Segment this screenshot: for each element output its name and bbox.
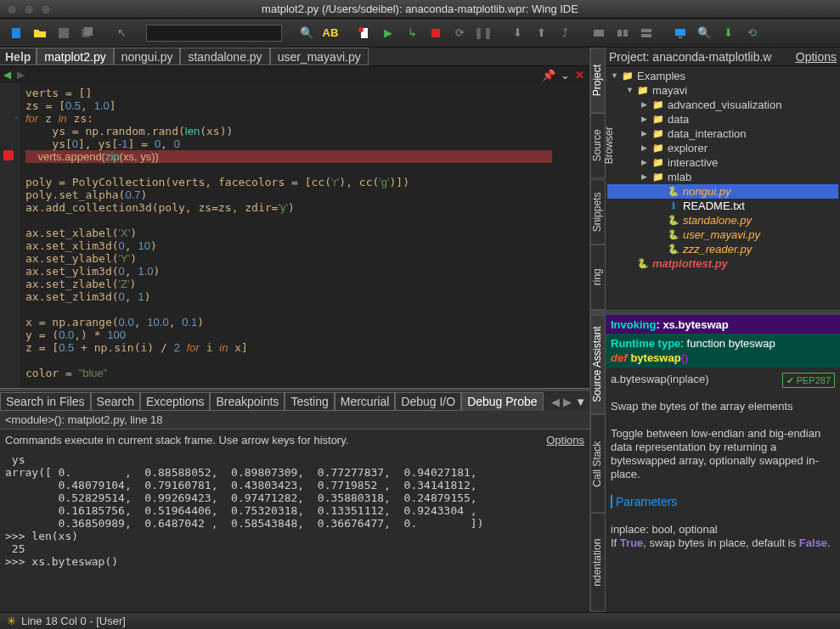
tree-item-nongui-py[interactable]: 🐍nongui.py <box>607 184 838 199</box>
fold-marker[interactable]: - <box>15 112 18 121</box>
step-over-icon[interactable]: ⬇ <box>508 24 527 42</box>
tabs-menu-icon[interactable]: ▼ <box>575 396 586 408</box>
twisty-icon[interactable]: ▼ <box>611 69 621 83</box>
tree-item-advanced_visualization[interactable]: ▶📁advanced_visualization <box>607 98 838 112</box>
zoom-window[interactable] <box>41 4 51 14</box>
tabs-right-icon[interactable]: ▶ <box>563 396 572 408</box>
file-tab-bar: Help matplot2.pynongui.pystandalone.pyus… <box>0 48 589 66</box>
code-content[interactable]: verts = [] zs = [0.5, 1.0] for z in zs: … <box>20 83 589 388</box>
tree-item-zzz_reader-py[interactable]: 🐍zzz_reader.py <box>607 242 838 256</box>
editor-gutter[interactable]: - <box>0 83 20 388</box>
restart-icon[interactable]: ⟳ <box>450 24 469 42</box>
project-options-link[interactable]: Options <box>796 50 837 64</box>
nav-back-icon[interactable]: ◀ <box>0 69 14 81</box>
assistant-body[interactable]: ✔ PEP287 a.byteswap(inplace) Swap the by… <box>606 368 840 612</box>
tree-item-data[interactable]: ▶📁data <box>607 112 838 126</box>
close-tab-icon[interactable]: ✕ <box>575 69 584 81</box>
right-tabs-lower: Source AssistantCall Stackndentation <box>590 315 606 612</box>
search-icon[interactable]: 🔍 <box>297 24 316 42</box>
monitor-icon[interactable] <box>671 24 690 42</box>
twisty-icon[interactable]: ▶ <box>641 170 651 184</box>
spellcheck-icon[interactable]: AB <box>321 24 340 42</box>
minimize-window[interactable] <box>24 4 34 14</box>
pointer-tool-icon[interactable]: ↖ <box>112 24 131 42</box>
new-doc-icon[interactable] <box>355 24 374 42</box>
assistant-type-bar: Runtime type: function byteswap def byte… <box>606 334 840 368</box>
twisty-icon[interactable]: ▶ <box>641 112 651 126</box>
folder-icon: 📁 <box>651 98 665 112</box>
sync-icon[interactable]: ⟲ <box>742 24 761 42</box>
bottom-tab-debug-i-o[interactable]: Debug I/O <box>395 392 461 411</box>
side-tab-ndentation[interactable]: ndentation <box>590 513 606 612</box>
pause-icon[interactable]: ❚❚ <box>474 24 493 42</box>
side-tab-project[interactable]: Project <box>590 48 606 113</box>
debug-frame-selector[interactable]: <module>(): matplot2.py, line 18 <box>0 411 589 430</box>
right-tabs-upper: ProjectSource BrowserSnippetsring <box>590 48 606 310</box>
step-out-icon[interactable]: ⬆ <box>532 24 550 42</box>
bottom-tab-search[interactable]: Search <box>91 392 140 411</box>
twisty-icon[interactable]: ▶ <box>641 141 651 155</box>
file-tab-user_mayavi-py[interactable]: user_mayavi.py <box>270 48 369 65</box>
file-tab-matplot2-py[interactable]: matplot2.py <box>37 48 113 65</box>
tree-item-mayavi[interactable]: ▼📁mayavi <box>607 83 838 98</box>
bottom-tab-mercurial[interactable]: Mercurial <box>335 392 396 411</box>
tree-item-data_interaction[interactable]: ▶📁data_interaction <box>607 126 838 141</box>
debug-options-link[interactable]: Options <box>546 434 584 446</box>
debug-console[interactable]: ys array([ 0. , 0.88588052, 0.89807309, … <box>0 450 589 612</box>
traffic-lights[interactable] <box>7 4 51 14</box>
save-icon[interactable] <box>54 24 73 42</box>
tree-item-user_mayavi-py[interactable]: 🐍user_mayavi.py <box>607 227 838 242</box>
bottom-tab-breakpoints[interactable]: Breakpoints <box>210 392 285 411</box>
new-file-icon[interactable] <box>7 24 25 42</box>
stop-icon[interactable] <box>426 24 445 42</box>
status-bug-icon[interactable]: ✳ <box>7 615 16 627</box>
tree-item-explorer[interactable]: ▶📁explorer <box>607 141 838 155</box>
debug-module-label: <module>(): matplot2.py, line 18 <box>5 413 162 426</box>
tabs-left-icon[interactable]: ◀ <box>551 396 560 408</box>
breakpoint-marker[interactable] <box>3 150 14 160</box>
side-tab-source-assistant[interactable]: Source Assistant <box>590 315 606 414</box>
tree-label: mayavi <box>652 83 687 98</box>
layout2-icon[interactable] <box>613 24 632 42</box>
bottom-tab-search-in-files[interactable]: Search in Files <box>0 392 91 411</box>
nav-fwd-icon[interactable]: ▶ <box>14 69 27 81</box>
file-tab-nongui-py[interactable]: nongui.py <box>114 48 181 65</box>
step-into-icon[interactable]: ↳ <box>403 24 421 42</box>
pin-icon[interactable]: 📌 <box>542 69 555 81</box>
tree-item-matplottest-py[interactable]: 🐍matplottest.py <box>607 256 838 271</box>
side-tab-snippets[interactable]: Snippets <box>590 179 606 244</box>
file-tab-standalone-py[interactable]: standalone.py <box>180 48 269 65</box>
magnify-icon[interactable]: 🔍 <box>695 24 713 42</box>
tree-item-standalone-py[interactable]: 🐍standalone.py <box>607 213 838 227</box>
tree-item-examples[interactable]: ▼📁Examples <box>607 69 838 83</box>
save-all-icon[interactable] <box>78 24 97 42</box>
twisty-icon[interactable]: ▼ <box>626 83 636 98</box>
menu-chevron-icon[interactable]: ⌄ <box>561 69 570 81</box>
layout3-icon[interactable] <box>637 24 656 42</box>
layout1-icon[interactable] <box>589 24 608 42</box>
tree-item-mlab[interactable]: ▶📁mlab <box>607 170 838 184</box>
bottom-tab-testing[interactable]: Testing <box>285 392 334 411</box>
side-tab-source-browser[interactable]: Source Browser <box>590 113 606 178</box>
play-icon[interactable]: ▶ <box>379 24 397 42</box>
side-tab-ring[interactable]: ring <box>590 244 606 310</box>
toolbar-search-input[interactable] <box>146 25 282 42</box>
bottom-tab-debug-probe[interactable]: Debug Probe <box>461 392 544 411</box>
close-window[interactable] <box>7 4 17 14</box>
side-tab-call-stack[interactable]: Call Stack <box>590 414 606 514</box>
twisty-icon[interactable]: ▶ <box>641 155 651 170</box>
project-tree[interactable]: ▼📁Examples▼📁mayavi▶📁advanced_visualizati… <box>606 66 840 295</box>
code-editor[interactable]: - verts = [] zs = [0.5, 1.0] for z in zs… <box>0 83 589 388</box>
open-folder-icon[interactable] <box>31 24 49 42</box>
tree-item-interactive[interactable]: ▶📁interactive <box>607 155 838 170</box>
bottom-tab-exceptions[interactable]: Exceptions <box>140 392 210 411</box>
tree-item-readme-txt[interactable]: ℹREADME.txt <box>607 199 838 213</box>
assistant-signature: a.byteswap(inplace) <box>611 373 709 385</box>
twisty-icon[interactable]: ▶ <box>641 126 651 141</box>
twisty-icon[interactable]: ▶ <box>641 98 651 112</box>
help-menu[interactable]: Help <box>0 48 37 65</box>
continue-icon[interactable]: ⤴ <box>555 24 574 42</box>
tree-label: zzz_reader.py <box>683 242 752 256</box>
folder-icon: 📁 <box>651 112 665 126</box>
download-icon[interactable]: ⬇ <box>719 24 737 42</box>
